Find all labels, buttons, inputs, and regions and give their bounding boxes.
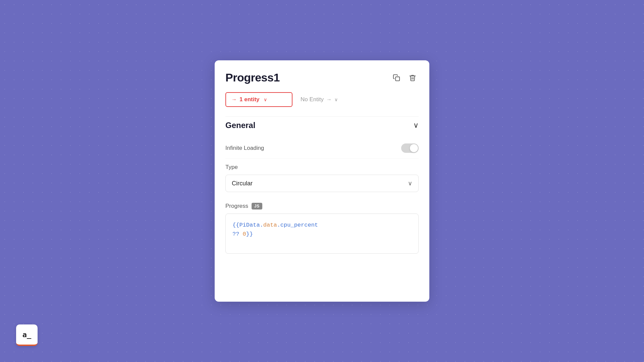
panel-title: Progress1 xyxy=(225,71,280,84)
inactive-entity-arrow: → xyxy=(326,97,332,103)
code-zero: 0 xyxy=(243,231,246,237)
inactive-entity-selector[interactable]: No Entity → ∨ xyxy=(298,93,340,106)
entity-row: → 1 entity ∨ No Entity → ∨ xyxy=(225,92,419,107)
infinite-loading-toggle[interactable] xyxy=(401,143,419,153)
code-cpu: cpu_percent xyxy=(280,222,318,228)
svg-rect-0 xyxy=(395,77,399,81)
watermark: a_ xyxy=(16,324,38,346)
type-section: Type Circular ∨ xyxy=(225,159,419,197)
code-data: data xyxy=(263,222,277,228)
panel-action-icons xyxy=(390,72,419,84)
type-dropdown-chevron: ∨ xyxy=(408,180,412,187)
toggle-knob xyxy=(410,144,418,152)
copy-button[interactable] xyxy=(390,72,402,84)
type-dropdown[interactable]: Circular ∨ xyxy=(225,175,419,192)
type-label: Type xyxy=(225,164,419,171)
progress-section: Progress JS {{PiData.data.cpu_percent ??… xyxy=(225,197,419,254)
inactive-entity-chevron: ∨ xyxy=(334,97,338,102)
infinite-loading-row: Infinite Loading xyxy=(225,138,419,159)
active-entity-chevron: ∨ xyxy=(264,97,267,102)
general-section-header[interactable]: General ∨ xyxy=(225,116,419,134)
active-entity-label: 1 entity xyxy=(239,96,260,103)
code-open-brace: {{ xyxy=(232,222,239,228)
inactive-entity-label: No Entity xyxy=(301,96,324,103)
active-entity-arrow: → xyxy=(231,97,237,103)
general-settings-content: Infinite Loading Type Circular ∨ Progres… xyxy=(225,134,419,258)
general-section-title: General xyxy=(225,121,255,130)
code-close-brace: }} xyxy=(246,231,253,237)
code-pidata: PiData xyxy=(239,222,260,228)
progress-label: Progress xyxy=(225,203,248,209)
general-section-chevron: ∨ xyxy=(413,121,419,130)
watermark-text: a_ xyxy=(22,330,32,339)
code-dot1: . xyxy=(260,222,263,228)
code-editor[interactable]: {{PiData.data.cpu_percent ?? 0}} xyxy=(225,214,419,254)
type-dropdown-value: Circular xyxy=(232,180,253,187)
infinite-loading-label: Infinite Loading xyxy=(225,145,264,152)
active-entity-selector[interactable]: → 1 entity ∨ xyxy=(225,92,292,107)
panel-header: Progress1 xyxy=(225,71,419,84)
delete-button[interactable] xyxy=(407,72,419,84)
js-badge[interactable]: JS xyxy=(252,203,262,209)
progress-label-row: Progress JS xyxy=(225,203,419,209)
code-nullish: ?? xyxy=(232,231,239,237)
settings-panel: Progress1 → 1 entity xyxy=(215,60,429,302)
code-dot2: . xyxy=(277,222,280,228)
